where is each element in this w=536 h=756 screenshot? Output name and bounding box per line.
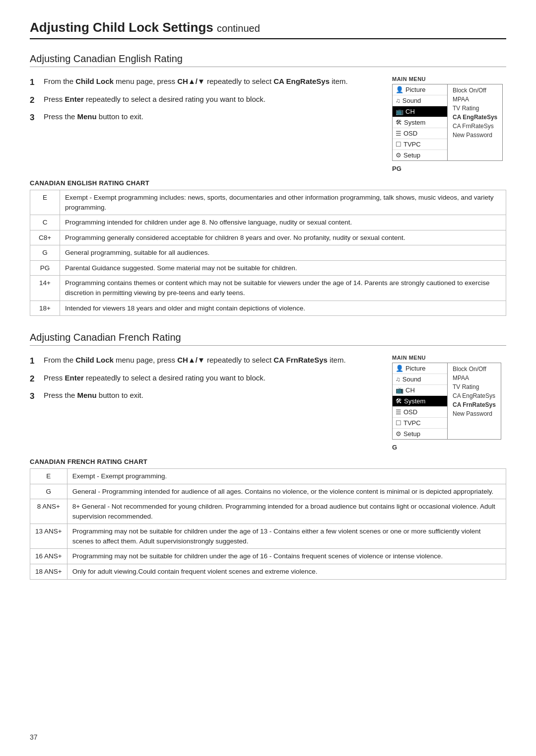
menu-right-item: MPAA: [453, 374, 496, 382]
rating-description: Programming contains themes or content w…: [60, 276, 506, 301]
section2-title: Adjusting Canadian French Rating: [30, 332, 506, 346]
main-menu-label-2: MAIN MENU: [392, 355, 426, 361]
menu-right-item: CA EngRateSys: [453, 392, 496, 400]
menu-right-item: New Password: [453, 410, 496, 418]
section1-title: Adjusting Canadian English Rating: [30, 53, 506, 67]
step-number: 3: [30, 111, 41, 124]
menu-item-label: Picture: [405, 365, 425, 372]
system-icon: 🛠: [396, 397, 402, 405]
rating-description: Programming generally considered accepta…: [60, 230, 506, 245]
rating-code: C: [30, 215, 60, 230]
table-row: 8 ANS+8+ General - Not recommended for y…: [30, 499, 506, 524]
menu-item-ch: 📺CH: [393, 106, 447, 117]
rating-code: G: [30, 484, 67, 499]
menu-right-item: TV Rating: [453, 383, 496, 391]
menu-right-item: TV Rating: [453, 104, 497, 112]
step-text: Press Enter repeatedly to select a desir…: [44, 94, 380, 105]
setup-icon: ⚙: [396, 151, 402, 159]
menu-item-label: TVPC: [403, 141, 421, 148]
title-text: Adjusting Child Lock Settings: [30, 20, 213, 35]
rating-code: 18 ANS+: [30, 564, 67, 580]
step-number: 2: [30, 94, 41, 107]
rating-description: Exempt - Exempt programming.: [67, 469, 506, 484]
menu-item-sound: ♫Sound: [393, 374, 447, 385]
section1-chart: EExempt - Exempt programming includes: n…: [30, 190, 506, 316]
menu-item-label: OSD: [403, 408, 417, 416]
osd-icon: ☰: [396, 408, 402, 416]
menu-box-2: 👤Picture♫Sound📺CH🛠System☰OSD☐TVPC⚙Setup …: [392, 363, 501, 440]
step-text: From the Child Lock menu page, press CH▲…: [44, 76, 380, 87]
rating-description: Only for adult viewing.Could contain fre…: [67, 564, 506, 580]
menu-right-item: Block On/Off: [453, 86, 497, 94]
menu-right-item: CA EngRateSys: [453, 113, 497, 121]
menu-item-osd: ☰OSD: [393, 128, 447, 139]
osd-icon: ☰: [396, 130, 402, 137]
picture-icon: 👤: [396, 86, 403, 93]
step-number: 1: [30, 76, 41, 89]
table-row: EExempt - Exempt programming includes: n…: [30, 190, 506, 215]
setup-icon: ⚙: [396, 430, 402, 438]
menu-item-label: System: [404, 119, 425, 126]
menu-item-label: Sound: [402, 376, 421, 383]
menu1-rating: PG: [392, 165, 402, 172]
menu-item-picture: 👤Picture: [393, 84, 447, 95]
menu-item-tvpc: ☐TVPC: [393, 139, 447, 150]
step-item: 2Press Enter repeatedly to select a desi…: [30, 373, 380, 385]
step-text: Press Enter repeatedly to select a desir…: [44, 373, 380, 384]
main-menu-label-1: MAIN MENU: [392, 76, 426, 82]
menu-item-system: 🛠System: [393, 396, 447, 407]
menu-item-label: OSD: [403, 130, 417, 137]
section2-steps: 1From the Child Lock menu page, press CH…: [30, 355, 380, 451]
rating-description: Parental Guidance suggested. Some materi…: [60, 260, 506, 276]
page-number: 37: [30, 733, 38, 741]
menu-item-label: Setup: [403, 151, 420, 159]
step-item: 2Press Enter repeatedly to select a desi…: [30, 94, 380, 107]
rating-description: Programming may not be suitable for chil…: [67, 524, 506, 549]
tvpc-icon: ☐: [396, 419, 402, 427]
rating-code: 14+: [30, 276, 60, 301]
continued-text: continued: [217, 23, 260, 34]
rating-description: Programming intended for children under …: [60, 215, 506, 230]
rating-description: Intended for viewers 18 years and older …: [60, 301, 506, 316]
menu-box-1: 👤Picture♫Sound📺CH🛠System☰OSD☐TVPC⚙Setup …: [392, 84, 503, 161]
system-icon: 🛠: [396, 119, 402, 126]
step-item: 3Press the Menu button to exit.: [30, 111, 380, 124]
rating-code: G: [30, 245, 60, 261]
step-number: 1: [30, 355, 41, 368]
table-row: C8+Programming generally considered acce…: [30, 230, 506, 245]
sound-icon: ♫: [396, 376, 401, 383]
rating-description: 8+ General - Not recommended for young c…: [67, 499, 506, 524]
sound-icon: ♫: [396, 97, 401, 104]
table-row: GGeneral programming, suitable for all a…: [30, 245, 506, 261]
menu-item-tvpc: ☐TVPC: [393, 418, 447, 429]
section2-menu: MAIN MENU 👤Picture♫Sound📺CH🛠System☰OSD☐T…: [392, 355, 506, 451]
rating-code: 8 ANS+: [30, 499, 67, 524]
menu-item-label: Picture: [405, 86, 425, 93]
table-row: 13 ANS+Programming may not be suitable f…: [30, 524, 506, 549]
ch-icon: 📺: [396, 108, 403, 115]
table-row: PGParental Guidance suggested. Some mate…: [30, 260, 506, 276]
menu-right-item: MPAA: [453, 95, 497, 103]
section2-chart: EExempt - Exempt programming.GGeneral - …: [30, 468, 506, 580]
menu-item-osd: ☰OSD: [393, 407, 447, 418]
menu-item-label: Sound: [402, 97, 421, 104]
rating-code: 13 ANS+: [30, 524, 67, 549]
section1-chart-title: CANADIAN ENGLISH RATING CHART: [30, 179, 506, 187]
menu-item-label: TVPC: [403, 419, 421, 427]
table-row: 16 ANS+Programming may not be suitable f…: [30, 549, 506, 564]
rating-code: C8+: [30, 230, 60, 245]
menu-right-item: CA FrnRateSys: [453, 122, 497, 130]
menu-item-ch: 📺CH: [393, 385, 447, 396]
rating-description: Exempt - Exempt programming includes: ne…: [60, 190, 506, 215]
menu-item-picture: 👤Picture: [393, 363, 447, 374]
table-row: 14+Programming contains themes or conten…: [30, 276, 506, 301]
table-row: 18 ANS+Only for adult viewing.Could cont…: [30, 564, 506, 580]
rating-code: 18+: [30, 301, 60, 316]
rating-description: General - Programming intended for audie…: [67, 484, 506, 499]
step-item: 3Press the Menu button to exit.: [30, 390, 380, 403]
rating-code: E: [30, 190, 60, 215]
rating-description: Programming may not be suitable for chil…: [67, 549, 506, 564]
section1-menu: MAIN MENU 👤Picture♫Sound📺CH🛠System☰OSD☐T…: [392, 76, 506, 172]
section2-chart-title: CANADIAN FRENCH RATING CHART: [30, 458, 506, 465]
menu2-rating: G: [392, 444, 397, 451]
